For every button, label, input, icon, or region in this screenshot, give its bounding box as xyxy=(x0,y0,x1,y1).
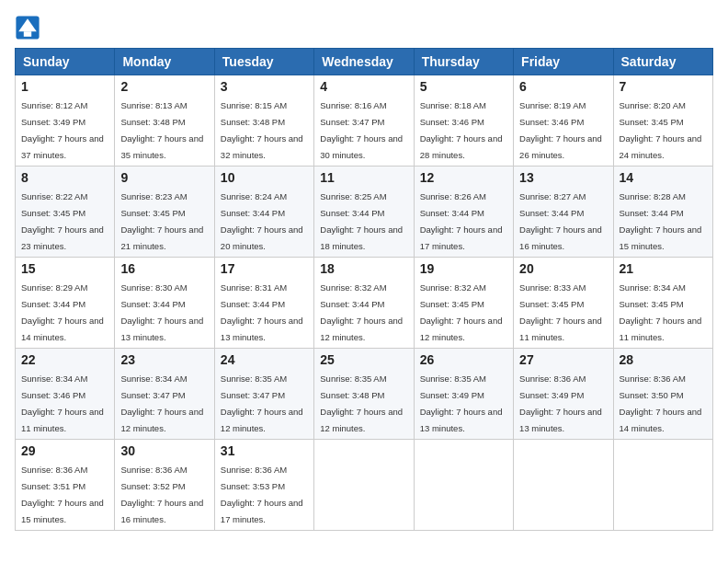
day-info: Sunrise: 8:27 AMSunset: 3:44 PMDaylight:… xyxy=(519,191,602,251)
calendar-day-cell xyxy=(613,440,712,531)
logo xyxy=(15,15,44,40)
calendar-day-cell: 28 Sunrise: 8:36 AMSunset: 3:50 PMDaylig… xyxy=(613,349,712,440)
day-number: 31 xyxy=(221,443,308,458)
svg-rect-2 xyxy=(24,31,31,37)
day-number: 7 xyxy=(620,79,707,94)
calendar-day-cell: 20 Sunrise: 8:33 AMSunset: 3:45 PMDaylig… xyxy=(514,258,613,349)
day-number: 5 xyxy=(420,79,507,94)
calendar-day-cell: 21 Sunrise: 8:34 AMSunset: 3:45 PMDaylig… xyxy=(613,258,712,349)
day-number: 14 xyxy=(620,170,707,185)
calendar-day-cell xyxy=(514,440,613,531)
weekday-header-cell: Thursday xyxy=(414,49,513,75)
day-info: Sunrise: 8:36 AMSunset: 3:51 PMDaylight:… xyxy=(21,465,104,524)
day-info: Sunrise: 8:36 AMSunset: 3:53 PMDaylight:… xyxy=(221,465,303,524)
calendar-week-row: 15 Sunrise: 8:29 AMSunset: 3:44 PMDaylig… xyxy=(16,258,713,349)
calendar-day-cell: 23 Sunrise: 8:34 AMSunset: 3:47 PMDaylig… xyxy=(115,349,214,440)
day-number: 15 xyxy=(21,261,108,276)
calendar-day-cell: 12 Sunrise: 8:26 AMSunset: 3:44 PMDaylig… xyxy=(414,167,513,258)
day-number: 9 xyxy=(120,170,208,185)
calendar-day-cell xyxy=(414,440,513,531)
day-number: 1 xyxy=(21,79,108,94)
day-info: Sunrise: 8:23 AMSunset: 3:45 PMDaylight:… xyxy=(120,191,203,251)
calendar-day-cell: 19 Sunrise: 8:32 AMSunset: 3:45 PMDaylig… xyxy=(414,258,513,349)
day-info: Sunrise: 8:22 AMSunset: 3:45 PMDaylight:… xyxy=(21,191,104,251)
calendar-day-cell: 7 Sunrise: 8:20 AMSunset: 3:45 PMDayligh… xyxy=(613,75,712,167)
calendar-week-row: 1 Sunrise: 8:12 AMSunset: 3:49 PMDayligh… xyxy=(16,75,713,167)
day-number: 29 xyxy=(21,443,108,458)
day-info: Sunrise: 8:13 AMSunset: 3:48 PMDaylight:… xyxy=(120,100,203,160)
day-info: Sunrise: 8:34 AMSunset: 3:45 PMDaylight:… xyxy=(620,282,702,342)
calendar-week-row: 8 Sunrise: 8:22 AMSunset: 3:45 PMDayligh… xyxy=(16,167,713,258)
calendar-day-cell: 10 Sunrise: 8:24 AMSunset: 3:44 PMDaylig… xyxy=(214,167,313,258)
calendar-table: SundayMondayTuesdayWednesdayThursdayFrid… xyxy=(15,48,713,531)
calendar-day-cell: 16 Sunrise: 8:30 AMSunset: 3:44 PMDaylig… xyxy=(115,258,214,349)
day-number: 16 xyxy=(120,261,208,276)
calendar-day-cell: 25 Sunrise: 8:35 AMSunset: 3:48 PMDaylig… xyxy=(314,349,414,440)
weekday-header-cell: Wednesday xyxy=(314,49,414,75)
day-info: Sunrise: 8:36 AMSunset: 3:52 PMDaylight:… xyxy=(120,465,203,524)
day-number: 27 xyxy=(519,352,607,367)
calendar-day-cell: 1 Sunrise: 8:12 AMSunset: 3:49 PMDayligh… xyxy=(16,75,115,167)
day-number: 28 xyxy=(620,352,707,367)
weekday-header-row: SundayMondayTuesdayWednesdayThursdayFrid… xyxy=(16,49,713,75)
day-number: 24 xyxy=(221,352,308,367)
day-number: 13 xyxy=(519,170,607,185)
calendar-day-cell: 24 Sunrise: 8:35 AMSunset: 3:47 PMDaylig… xyxy=(214,349,313,440)
day-number: 30 xyxy=(120,443,208,458)
day-info: Sunrise: 8:34 AMSunset: 3:46 PMDaylight:… xyxy=(21,373,104,433)
day-info: Sunrise: 8:16 AMSunset: 3:47 PMDaylight:… xyxy=(320,100,403,160)
day-number: 11 xyxy=(320,170,407,185)
calendar-day-cell: 11 Sunrise: 8:25 AMSunset: 3:44 PMDaylig… xyxy=(314,167,414,258)
weekday-header-cell: Saturday xyxy=(613,49,712,75)
weekday-header-cell: Tuesday xyxy=(214,49,313,75)
day-info: Sunrise: 8:12 AMSunset: 3:49 PMDaylight:… xyxy=(21,100,104,160)
day-number: 3 xyxy=(221,79,308,94)
day-info: Sunrise: 8:30 AMSunset: 3:44 PMDaylight:… xyxy=(120,282,203,342)
calendar-day-cell: 3 Sunrise: 8:15 AMSunset: 3:48 PMDayligh… xyxy=(214,75,313,167)
calendar-day-cell xyxy=(314,440,414,531)
day-info: Sunrise: 8:36 AMSunset: 3:50 PMDaylight:… xyxy=(620,373,702,433)
day-number: 18 xyxy=(320,261,407,276)
day-info: Sunrise: 8:31 AMSunset: 3:44 PMDaylight:… xyxy=(221,282,303,342)
day-info: Sunrise: 8:32 AMSunset: 3:45 PMDaylight:… xyxy=(420,282,503,342)
day-info: Sunrise: 8:24 AMSunset: 3:44 PMDaylight:… xyxy=(221,191,303,251)
calendar-day-cell: 30 Sunrise: 8:36 AMSunset: 3:52 PMDaylig… xyxy=(115,440,214,531)
day-number: 8 xyxy=(21,170,108,185)
weekday-header-cell: Sunday xyxy=(16,49,115,75)
calendar-day-cell: 18 Sunrise: 8:32 AMSunset: 3:44 PMDaylig… xyxy=(314,258,414,349)
calendar-day-cell: 9 Sunrise: 8:23 AMSunset: 3:45 PMDayligh… xyxy=(115,167,214,258)
day-info: Sunrise: 8:35 AMSunset: 3:48 PMDaylight:… xyxy=(320,373,403,433)
calendar-body: 1 Sunrise: 8:12 AMSunset: 3:49 PMDayligh… xyxy=(16,75,713,531)
day-number: 10 xyxy=(221,170,308,185)
day-info: Sunrise: 8:34 AMSunset: 3:47 PMDaylight:… xyxy=(120,373,203,433)
day-number: 19 xyxy=(420,261,507,276)
day-info: Sunrise: 8:19 AMSunset: 3:46 PMDaylight:… xyxy=(519,100,602,160)
calendar-day-cell: 8 Sunrise: 8:22 AMSunset: 3:45 PMDayligh… xyxy=(16,167,115,258)
weekday-header-cell: Monday xyxy=(115,49,214,75)
calendar-week-row: 29 Sunrise: 8:36 AMSunset: 3:51 PMDaylig… xyxy=(16,440,713,531)
calendar-day-cell: 4 Sunrise: 8:16 AMSunset: 3:47 PMDayligh… xyxy=(314,75,414,167)
day-info: Sunrise: 8:26 AMSunset: 3:44 PMDaylight:… xyxy=(420,191,503,251)
weekday-header-cell: Friday xyxy=(514,49,613,75)
day-number: 4 xyxy=(320,79,407,94)
day-info: Sunrise: 8:35 AMSunset: 3:49 PMDaylight:… xyxy=(420,373,503,433)
calendar-day-cell: 15 Sunrise: 8:29 AMSunset: 3:44 PMDaylig… xyxy=(16,258,115,349)
logo-icon xyxy=(15,15,40,40)
day-info: Sunrise: 8:15 AMSunset: 3:48 PMDaylight:… xyxy=(221,100,303,160)
calendar-day-cell: 13 Sunrise: 8:27 AMSunset: 3:44 PMDaylig… xyxy=(514,167,613,258)
calendar-day-cell: 27 Sunrise: 8:36 AMSunset: 3:49 PMDaylig… xyxy=(514,349,613,440)
calendar-day-cell: 31 Sunrise: 8:36 AMSunset: 3:53 PMDaylig… xyxy=(214,440,313,531)
day-number: 22 xyxy=(21,352,108,367)
day-number: 21 xyxy=(620,261,707,276)
calendar-day-cell: 5 Sunrise: 8:18 AMSunset: 3:46 PMDayligh… xyxy=(414,75,513,167)
day-info: Sunrise: 8:25 AMSunset: 3:44 PMDaylight:… xyxy=(320,191,403,251)
day-info: Sunrise: 8:29 AMSunset: 3:44 PMDaylight:… xyxy=(21,282,104,342)
calendar-week-row: 22 Sunrise: 8:34 AMSunset: 3:46 PMDaylig… xyxy=(16,349,713,440)
day-number: 6 xyxy=(519,79,607,94)
day-number: 2 xyxy=(120,79,208,94)
calendar-day-cell: 26 Sunrise: 8:35 AMSunset: 3:49 PMDaylig… xyxy=(414,349,513,440)
page-header xyxy=(15,15,713,40)
day-info: Sunrise: 8:33 AMSunset: 3:45 PMDaylight:… xyxy=(519,282,602,342)
calendar-day-cell: 2 Sunrise: 8:13 AMSunset: 3:48 PMDayligh… xyxy=(115,75,214,167)
day-number: 17 xyxy=(221,261,308,276)
